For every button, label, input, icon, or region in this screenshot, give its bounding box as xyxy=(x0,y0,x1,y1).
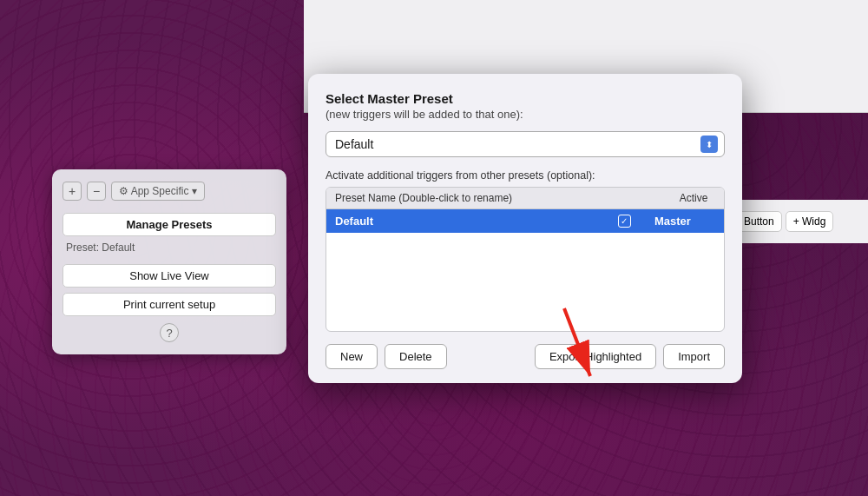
modal-subtitle: (new triggers will be added to that one)… xyxy=(326,108,725,121)
table-body: Default Master xyxy=(326,209,724,331)
preset-label: Preset: Default xyxy=(62,241,276,254)
manage-presets-button[interactable]: Manage Presets xyxy=(62,213,276,236)
row-active-check[interactable] xyxy=(594,215,654,228)
button-btn[interactable]: Button xyxy=(736,211,782,232)
export-highlighted-button[interactable]: Export Highlighted xyxy=(535,344,656,369)
app-specific-button[interactable]: ⚙ App Specific ▾ xyxy=(111,182,205,201)
preset-table: Preset Name (Double-click to rename) Act… xyxy=(326,187,725,332)
col-header-active: Active xyxy=(663,188,724,208)
widget-btn[interactable]: + Widg xyxy=(786,211,834,232)
panel-toolbar: + − ⚙ App Specific ▾ xyxy=(62,182,276,201)
table-row[interactable]: Default Master xyxy=(326,209,724,233)
import-button[interactable]: Import xyxy=(663,344,725,369)
table-header: Preset Name (Double-click to rename) Act… xyxy=(326,188,724,209)
preset-dropdown[interactable]: Default xyxy=(326,131,725,157)
select-master-preset-dialog: Select Master Preset (new triggers will … xyxy=(308,74,742,383)
add-button[interactable]: + xyxy=(62,182,82,201)
left-panel: + − ⚙ App Specific ▾ Manage Presets Pres… xyxy=(52,169,286,354)
show-live-view-button[interactable]: Show Live View xyxy=(62,264,276,288)
modal-title: Select Master Preset xyxy=(326,91,725,106)
remove-button[interactable]: − xyxy=(87,182,106,201)
delete-button[interactable]: Delete xyxy=(385,344,447,369)
new-button[interactable]: New xyxy=(326,344,378,369)
row-name: Default xyxy=(335,215,594,228)
right-buttons-strip: Button + Widg xyxy=(729,200,868,243)
modal-footer: New Delete Export Highlighted Import xyxy=(326,344,725,369)
additional-triggers-label: Activate additional triggers from other … xyxy=(326,169,725,182)
print-setup-button[interactable]: Print current setup xyxy=(62,293,276,316)
help-icon[interactable]: ? xyxy=(160,323,179,342)
col-header-name: Preset Name (Double-click to rename) xyxy=(326,188,663,208)
row-master-label: Master xyxy=(654,215,715,228)
help-section: ? xyxy=(62,323,276,342)
checkbox-icon xyxy=(618,215,631,228)
preset-dropdown-wrapper: Default ⬍ xyxy=(326,131,725,157)
